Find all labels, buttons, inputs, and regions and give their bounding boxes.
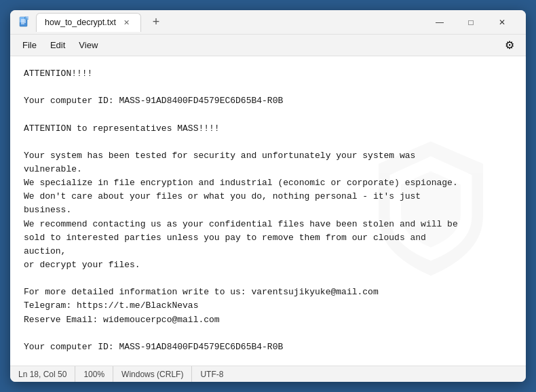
status-line-ending: Windows (CRLF): [113, 366, 192, 382]
maximize-button[interactable]: □: [455, 10, 486, 35]
text-editor-content[interactable]: ATTENTION!!!! Your computer ID: MASS-91A…: [10, 56, 526, 366]
settings-icon[interactable]: ⚙: [499, 35, 520, 56]
status-line-col: Ln 18, Col 50: [18, 366, 75, 382]
statusbar: Ln 18, Col 50 100% Windows (CRLF) UTF-8: [10, 366, 526, 382]
active-tab[interactable]: how_to_decrypt.txt ✕: [36, 13, 141, 32]
notepad-window: how_to_decrypt.txt ✕ + — □ ✕ File Edit V…: [10, 10, 526, 382]
minimize-button[interactable]: —: [424, 10, 455, 35]
titlebar-left: how_to_decrypt.txt ✕ +: [18, 13, 424, 32]
menubar: File Edit View ⚙: [10, 35, 526, 56]
tab-label: how_to_decrypt.txt: [45, 18, 116, 27]
window-controls: — □ ✕: [424, 10, 518, 35]
menu-edit[interactable]: Edit: [43, 37, 72, 53]
tab-close-button[interactable]: ✕: [121, 17, 132, 28]
new-tab-button[interactable]: +: [147, 13, 166, 32]
close-button[interactable]: ✕: [486, 10, 518, 35]
status-encoding: UTF-8: [192, 366, 231, 382]
ransom-note-text: ATTENTION!!!! Your computer ID: MASS-91A…: [24, 67, 512, 354]
menubar-right: ⚙: [499, 35, 520, 56]
titlebar: how_to_decrypt.txt ✕ + — □ ✕: [10, 10, 526, 35]
status-zoom: 100%: [75, 366, 113, 382]
menu-file[interactable]: File: [16, 37, 43, 53]
menu-view[interactable]: View: [72, 37, 104, 53]
file-icon: [18, 16, 31, 28]
